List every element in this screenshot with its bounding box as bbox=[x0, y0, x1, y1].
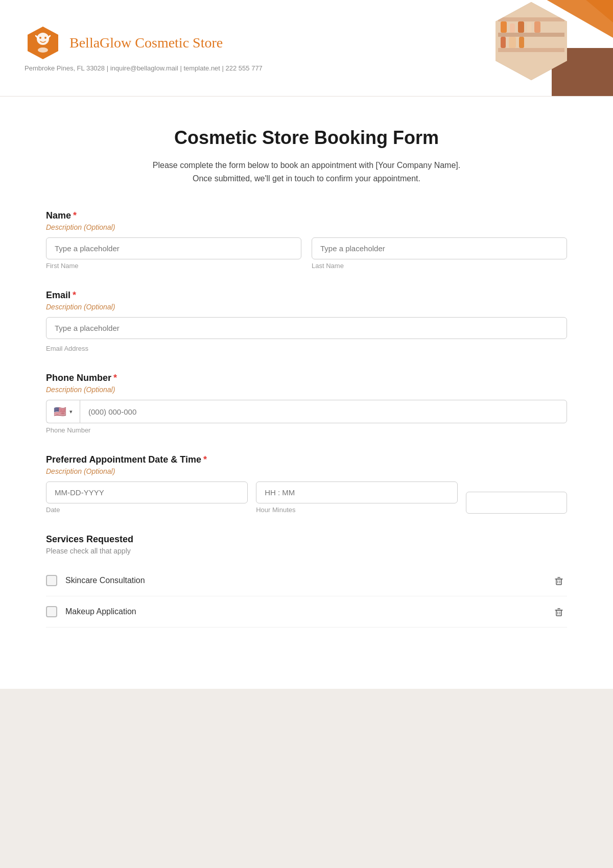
service-left-skincare: Skincare Consultation bbox=[46, 575, 145, 586]
brand-logo-icon bbox=[25, 25, 61, 61]
appointment-description: Description (Optional) bbox=[46, 467, 567, 475]
ampm-col: AM bbox=[466, 492, 567, 514]
svg-point-5 bbox=[39, 37, 41, 39]
first-name-col: First Name bbox=[46, 237, 301, 270]
svg-rect-17 bbox=[518, 21, 524, 33]
ampm-input[interactable]: AM bbox=[466, 492, 567, 514]
makeup-checkbox[interactable] bbox=[46, 606, 57, 617]
name-section: Name* Description (Optional) First Name … bbox=[46, 210, 567, 270]
phone-country-selector[interactable]: 🇺🇸 ▾ bbox=[46, 400, 80, 423]
svg-rect-24 bbox=[556, 579, 561, 585]
svg-rect-16 bbox=[510, 23, 515, 33]
name-required-star: * bbox=[73, 210, 77, 221]
makeup-label: Makeup Application bbox=[65, 607, 136, 616]
appointment-required-star: * bbox=[203, 454, 207, 465]
svg-rect-21 bbox=[509, 37, 516, 48]
svg-rect-13 bbox=[498, 33, 564, 37]
time-input[interactable] bbox=[256, 481, 458, 503]
form-title: Cosmetic Store Booking Form bbox=[46, 127, 567, 149]
brand-contact: Pembroke Pines, FL 33028 | inquire@bella… bbox=[25, 64, 263, 72]
service-item-skincare: Skincare Consultation bbox=[46, 565, 567, 596]
svg-rect-14 bbox=[498, 48, 564, 52]
phone-chevron-icon: ▾ bbox=[69, 408, 73, 415]
skincare-delete-button[interactable] bbox=[551, 572, 567, 589]
svg-rect-29 bbox=[556, 610, 561, 616]
appointment-label: Preferred Appointment Date & Time* bbox=[46, 454, 567, 465]
logo-area: BellaGlow Cosmetic Store bbox=[25, 25, 263, 61]
email-required-star: * bbox=[73, 290, 76, 300]
brand-name: BellaGlow Cosmetic Store bbox=[69, 34, 223, 52]
service-left-makeup: Makeup Application bbox=[46, 606, 136, 617]
phone-input[interactable] bbox=[80, 400, 567, 423]
datetime-row: Date Hour Minutes AM bbox=[46, 481, 567, 514]
header-decoration bbox=[445, 12, 588, 84]
time-sublabel: Hour Minutes bbox=[256, 506, 458, 514]
form-subtitle: Please complete the form below to book a… bbox=[46, 159, 567, 185]
email-sublabel: Email Address bbox=[46, 345, 567, 352]
date-col: Date bbox=[46, 481, 248, 514]
email-label: Email* bbox=[46, 290, 567, 301]
svg-point-2 bbox=[38, 47, 48, 53]
email-description: Description (Optional) bbox=[46, 303, 567, 311]
date-input[interactable] bbox=[46, 481, 248, 503]
name-field-row: First Name Last Name bbox=[46, 237, 567, 270]
services-title: Services Requested bbox=[46, 534, 567, 545]
phone-sublabel: Phone Number bbox=[46, 426, 567, 434]
makeup-delete-button[interactable] bbox=[551, 604, 567, 620]
email-input[interactable] bbox=[46, 317, 567, 339]
time-col: Hour Minutes bbox=[256, 481, 458, 514]
services-section: Services Requested Please check all that… bbox=[46, 534, 567, 628]
first-name-input[interactable] bbox=[46, 237, 301, 259]
name-description: Description (Optional) bbox=[46, 223, 567, 231]
services-subtitle: Please check all that apply bbox=[46, 547, 567, 555]
last-name-sublabel: Last Name bbox=[312, 262, 567, 270]
phone-row: 🇺🇸 ▾ bbox=[46, 400, 567, 423]
last-name-input[interactable] bbox=[312, 237, 567, 259]
svg-rect-22 bbox=[519, 37, 524, 48]
svg-rect-12 bbox=[498, 17, 564, 21]
date-sublabel: Date bbox=[46, 506, 248, 514]
name-label: Name* bbox=[46, 210, 567, 221]
first-name-sublabel: First Name bbox=[46, 262, 301, 270]
trash-icon-skincare bbox=[553, 575, 564, 586]
svg-rect-20 bbox=[501, 37, 506, 48]
skincare-label: Skincare Consultation bbox=[65, 576, 145, 585]
last-name-col: Last Name bbox=[312, 237, 567, 270]
header: BellaGlow Cosmetic Store Pembroke Pines,… bbox=[0, 0, 613, 97]
main-content: Cosmetic Store Booking Form Please compl… bbox=[0, 97, 613, 689]
svg-rect-18 bbox=[527, 22, 531, 33]
email-section: Email* Description (Optional) Email Addr… bbox=[46, 290, 567, 352]
svg-point-6 bbox=[44, 37, 46, 39]
phone-section: Phone Number* Description (Optional) 🇺🇸 … bbox=[46, 373, 567, 434]
service-item-makeup: Makeup Application bbox=[46, 596, 567, 628]
phone-description: Description (Optional) bbox=[46, 385, 567, 394]
header-geo-svg bbox=[450, 0, 613, 97]
phone-required-star: * bbox=[113, 373, 117, 383]
trash-icon-makeup bbox=[553, 606, 564, 617]
skincare-checkbox[interactable] bbox=[46, 575, 57, 586]
us-flag-icon: 🇺🇸 bbox=[54, 405, 66, 418]
header-left: BellaGlow Cosmetic Store Pembroke Pines,… bbox=[25, 25, 263, 72]
phone-label: Phone Number* bbox=[46, 373, 567, 383]
appointment-section: Preferred Appointment Date & Time* Descr… bbox=[46, 454, 567, 514]
svg-rect-19 bbox=[534, 21, 540, 33]
svg-rect-15 bbox=[501, 21, 507, 33]
